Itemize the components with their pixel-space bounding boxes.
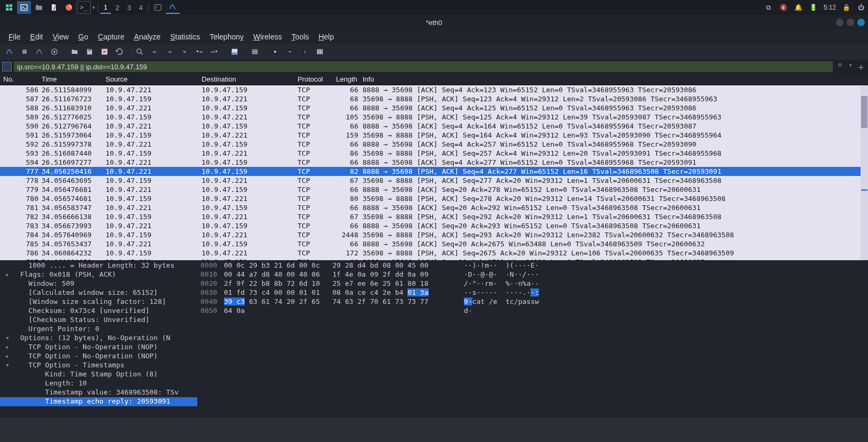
col-header-no[interactable]: No. (0, 75, 42, 83)
menu-view[interactable]: View (49, 31, 73, 43)
packet-row[interactable]: 78334.05667399310.9.47.22110.9.47.159TCP… (0, 221, 868, 230)
detail-line[interactable]: ▸ TCP Option - No-Operation (NOP) (0, 343, 197, 352)
packet-row[interactable]: 77734.05625041610.9.47.22110.9.47.159TCP… (0, 167, 868, 176)
colorize-icon[interactable] (248, 45, 261, 58)
zoom-in-icon[interactable] (269, 45, 282, 58)
workspace-3[interactable]: 3 (124, 1, 134, 14)
detail-line[interactable]: Kind: Time Stamp Option (8) (0, 370, 197, 379)
notifications-icon[interactable]: 🔔 (794, 4, 803, 11)
detail-line[interactable]: Urgent Pointer: 0 (0, 325, 197, 334)
detail-line[interactable]: ▾ TCP Option - Timestamps (0, 361, 197, 370)
capture-options-icon[interactable] (48, 45, 61, 58)
go-back-icon[interactable]: ← (148, 45, 161, 58)
detail-line[interactable]: [Window size scaling factor: 128] (0, 298, 197, 307)
packet-row[interactable]: 78434.05764096910.9.47.15910.9.47.221TCP… (0, 230, 868, 239)
open-file-icon[interactable] (68, 45, 81, 58)
packet-list[interactable]: 58626.51158409910.9.47.22110.9.47.159TCP… (0, 85, 868, 260)
save-file-icon[interactable] (83, 45, 96, 58)
col-header-time[interactable]: Time (42, 75, 106, 83)
packet-row[interactable]: 58626.51158409910.9.47.22110.9.47.159TCP… (0, 85, 868, 94)
packet-list-scrollbar[interactable] (861, 85, 868, 260)
clock[interactable]: 5:12 (824, 4, 836, 11)
terminal-app-icon[interactable] (17, 1, 31, 14)
packet-row[interactable]: 59026.51279676410.9.47.22110.9.47.159TCP… (0, 122, 868, 131)
filter-clear-icon[interactable]: ⌧ (835, 61, 845, 73)
packet-row[interactable]: 78234.05666613810.9.47.15910.9.47.221TCP… (0, 212, 868, 221)
detail-line[interactable]: Timestamp value: 3468963508: TSv (0, 388, 197, 397)
taskbar-wireshark-window-icon[interactable] (166, 1, 180, 14)
packet-row[interactable]: 58826.51168391010.9.47.22110.9.47.159TCP… (0, 103, 868, 112)
menu-statistics[interactable]: Statistics (166, 31, 204, 43)
col-header-info[interactable]: Info (360, 75, 868, 83)
col-header-source[interactable]: Source (106, 75, 202, 83)
detail-line[interactable]: [Checksum Status: Unverified] (0, 316, 197, 325)
packet-details-pane[interactable]: 1000 .... = Header Length: 32 bytes▸ Fla… (0, 260, 197, 417)
terminal2-app-icon[interactable]: >_ (77, 1, 91, 14)
firefox-app-icon[interactable] (62, 1, 76, 14)
menu-wireless[interactable]: Wireless (249, 31, 286, 43)
menu-capture[interactable]: Capture (94, 31, 129, 43)
window-minimize-button[interactable] (836, 19, 843, 26)
packet-row[interactable]: 78134.05658374710.9.47.22110.9.47.159TCP… (0, 203, 868, 212)
restart-capture-icon[interactable] (33, 45, 46, 58)
menu-help[interactable]: Help (314, 31, 338, 43)
packet-row[interactable]: 59226.51599737810.9.47.22110.9.47.159TCP… (0, 140, 868, 149)
window-maximize-button[interactable] (847, 19, 854, 26)
auto-scroll-icon[interactable] (228, 45, 241, 58)
detail-line[interactable]: ▸ TCP Option - No-Operation (NOP) (0, 352, 197, 361)
workspace-4[interactable]: 4 (135, 1, 146, 14)
detail-line[interactable]: Checksum: 0x73c4 [unverified] (0, 307, 197, 316)
menu-edit[interactable]: Edit (26, 31, 47, 43)
detail-line[interactable]: 1000 .... = Header Length: 32 bytes (0, 261, 197, 270)
start-capture-icon[interactable] (3, 45, 16, 58)
filter-apply-icon[interactable]: + (856, 61, 866, 73)
reload-icon[interactable] (113, 45, 126, 58)
taskbar-terminal-window-icon[interactable] (151, 1, 165, 14)
packet-row[interactable]: 77934.05647668110.9.47.22110.9.47.159TCP… (0, 185, 868, 194)
window-titlebar[interactable]: *eth0 (0, 15, 868, 30)
col-header-protocol[interactable]: Protocol (298, 75, 333, 83)
detail-line[interactable]: [Calculated window size: 65152] (0, 288, 197, 298)
workspace-2[interactable]: 2 (112, 1, 123, 14)
go-last-icon[interactable]: →• (208, 45, 221, 58)
col-header-length[interactable]: Length (333, 75, 360, 83)
files-app-icon[interactable] (32, 1, 46, 14)
packet-row[interactable]: 59326.51608744010.9.47.15910.9.47.221TCP… (0, 149, 868, 158)
find-icon[interactable] (133, 45, 146, 58)
zoom-out-icon[interactable] (284, 45, 296, 58)
packet-row[interactable]: 59126.51597306410.9.47.15910.9.47.221TCP… (0, 131, 868, 140)
detail-line[interactable]: Timestamp echo reply: 20593091 (0, 397, 197, 406)
hex-row[interactable]: 003001 fd 73 c4 00 00 01 01 08 0a ce c4 … (197, 288, 868, 298)
menu-telephony[interactable]: Telephony (205, 31, 248, 43)
resize-columns-icon[interactable] (314, 45, 326, 58)
hex-row[interactable]: 00202f 9f 22 b8 8b 72 6d 10 25 e7 ee 6e … (197, 279, 868, 288)
hex-row[interactable]: 000000 0c 29 b3 21 6d 00 0c 29 28 d4 bd … (197, 261, 868, 270)
detail-line[interactable]: Window: 509 (0, 279, 197, 288)
packet-row[interactable]: 78634.06086423210.9.47.15910.9.47.221TCP… (0, 248, 868, 258)
filter-dropdown-icon[interactable]: ▾ (846, 61, 855, 73)
editor-app-icon[interactable] (47, 1, 61, 14)
close-file-icon[interactable] (98, 45, 111, 58)
packet-row[interactable]: 78534.05765343710.9.47.22110.9.47.159TCP… (0, 239, 868, 248)
menu-file[interactable]: File (4, 31, 25, 43)
app-menu-icon[interactable] (2, 1, 16, 14)
menu-tools[interactable]: Tools (287, 31, 314, 43)
stop-capture-icon[interactable] (18, 45, 31, 58)
volume-muted-icon[interactable]: 🔇 (779, 4, 789, 11)
menu-analyze[interactable]: Analyze (130, 31, 165, 43)
hex-row[interactable]: 004039 c3 63 61 74 20 2f 65 74 63 2f 70 … (197, 298, 868, 307)
packet-row[interactable]: 58926.51277602510.9.47.15910.9.47.221TCP… (0, 112, 868, 122)
window-close-button[interactable] (857, 19, 865, 26)
go-to-packet-icon[interactable]: ↷ (178, 45, 191, 58)
power-icon[interactable]: ⏻ (856, 4, 866, 11)
packet-row[interactable]: 58726.51167672310.9.47.15910.9.47.221TCP… (0, 94, 868, 103)
hex-row[interactable]: 001000 44 a7 d8 40 00 40 06 1f 4e 0a 09 … (197, 270, 868, 279)
packet-row[interactable]: 59426.51609727710.9.47.22110.9.47.159TCP… (0, 158, 868, 167)
col-header-destination[interactable]: Destination (202, 75, 298, 83)
screenshot-icon[interactable]: ⧉ (764, 4, 774, 11)
zoom-reset-icon[interactable]: 1 (299, 45, 311, 58)
detail-line[interactable]: Length: 10 (0, 379, 197, 388)
menu-go[interactable]: Go (74, 31, 93, 43)
packet-bytes-pane[interactable]: 000000 0c 29 b3 21 6d 00 0c 29 28 d4 bd … (197, 260, 868, 417)
lock-icon[interactable]: 🔒 (841, 4, 851, 11)
